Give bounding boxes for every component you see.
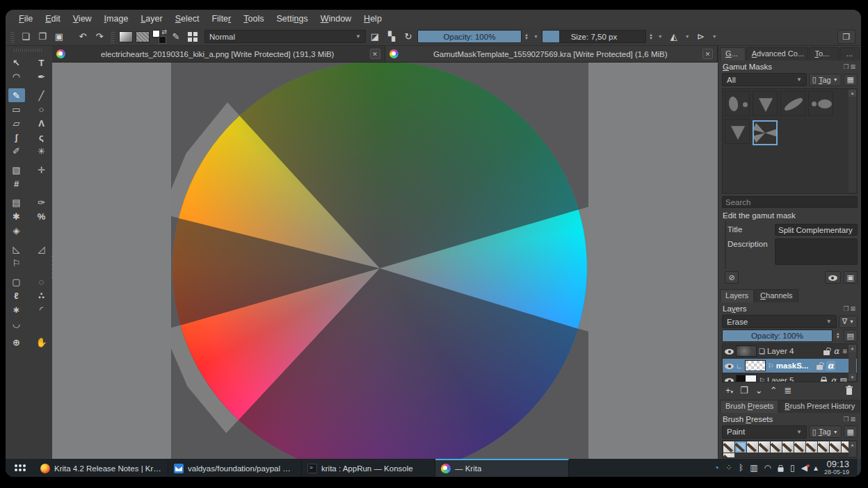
menu-image[interactable]: Image (98, 11, 135, 26)
layer-row-mask-selected[interactable]: ∟ ⚐ maskS... α (723, 359, 857, 373)
display-settings-button[interactable]: ▦ (844, 74, 858, 86)
menu-layer[interactable]: Layer (134, 11, 168, 26)
layer-styles-icon[interactable]: ≡ (843, 347, 847, 355)
workspace-chooser-button[interactable]: ❒ (837, 30, 855, 44)
tool-measure[interactable]: % (33, 209, 50, 223)
task-krita-active[interactable]: — Krita (435, 459, 569, 477)
wifi-icon[interactable]: ◠ (764, 464, 771, 472)
tool-color-sampler[interactable]: ✑ (33, 195, 50, 209)
tool-reference-images[interactable]: ⚐ (8, 256, 25, 270)
gamut-mask-primary-triangle[interactable] (725, 119, 750, 144)
task-kmail[interactable]: valdyas/foundation/paypal — KM... (168, 459, 302, 477)
tool-similar-select[interactable]: ∴ (33, 288, 50, 302)
menu-view[interactable]: View (67, 11, 98, 26)
undo-button[interactable]: ↶ (75, 30, 90, 44)
brush-option-grid-button[interactable] (185, 30, 200, 44)
inherit-alpha-icon[interactable]: ▨ (840, 376, 847, 382)
tool-zoom[interactable]: ⊕ (8, 335, 25, 349)
brush-preset[interactable] (723, 441, 734, 453)
redo-button[interactable]: ↷ (92, 30, 107, 44)
reload-preset-button[interactable]: ↻ (401, 30, 416, 44)
network-shares-icon[interactable]: ⁘ (725, 464, 732, 472)
pattern-chooser-button[interactable] (135, 30, 150, 44)
brush-list-scrollbar[interactable]: ▲ (849, 441, 856, 457)
scroll-down-icon[interactable]: ▼ (849, 374, 856, 381)
document-tab-1[interactable]: electrichearts_20190316_kiki_a.png [Writ… (52, 46, 385, 62)
tool-edit-shapes[interactable]: ◠ (8, 70, 25, 83)
brush-preset[interactable] (771, 441, 782, 453)
unlock-icon[interactable] (823, 350, 830, 355)
bluetooth-icon[interactable]: ᛒ (739, 464, 744, 472)
open-document-button[interactable]: ❐ (35, 30, 50, 44)
layer-row-layer5[interactable]: ⚐ Layer 5 α▨ (723, 373, 857, 382)
tool-magic-wand-select[interactable]: ∗ (8, 302, 25, 316)
tool-measure-ruler[interactable]: ◿ (33, 242, 50, 256)
toolbar-drag-handle[interactable] (10, 31, 15, 43)
tool-bezier-select[interactable]: ◜ (33, 302, 50, 316)
tool-pan[interactable]: ✋ (33, 335, 50, 349)
move-layer-up-button[interactable]: ⌃ (770, 385, 778, 396)
tool-fill[interactable]: ◈ (8, 223, 25, 237)
show-desktop-button[interactable] (858, 459, 861, 477)
tab-brush-preset-history[interactable]: Brush Preset History (779, 400, 860, 413)
tool-transform[interactable]: ▧ (8, 163, 25, 177)
new-document-button[interactable]: ❏ (18, 30, 33, 44)
menu-select[interactable]: Select (169, 11, 206, 26)
tool-ellipse[interactable]: ○ (33, 102, 50, 116)
tool-freehand-brush[interactable]: ✎ (8, 88, 25, 102)
mask-description-input[interactable] (775, 238, 858, 265)
alpha-lock-icon[interactable]: α (833, 346, 839, 356)
gamut-mask-shifted-lens[interactable] (780, 91, 805, 116)
tag-button[interactable]: ▯ Tag ▼ (809, 74, 842, 86)
layer-opacity-slider[interactable]: Opacity: 100% (722, 330, 833, 342)
mirror-vertical-button[interactable]: ⊳ (693, 30, 709, 44)
float-docker-icon[interactable]: ❐ (843, 305, 850, 312)
gamut-mask-complementary-triangle[interactable] (753, 91, 778, 116)
close-icon[interactable]: ✕ (702, 49, 713, 59)
move-layer-down-button[interactable]: ⌄ (755, 385, 763, 396)
opacity-spinner[interactable]: ▲▼ (523, 33, 530, 40)
app-launcher-button[interactable] (6, 459, 35, 477)
layer-opacity-spinner[interactable]: ▲▼ (835, 332, 842, 339)
dock-tab-gamut[interactable]: G... (720, 47, 746, 60)
opacity-slider[interactable]: Opacity: 100% (417, 30, 522, 43)
tool-magnetic-select[interactable]: ◡ (8, 316, 25, 330)
tab-brush-presets[interactable]: Brush Presets (720, 400, 778, 413)
tool-smart-patch[interactable]: ✱ (8, 209, 25, 223)
mask-filter-combobox[interactable]: All ▼ (722, 73, 807, 86)
float-docker-icon[interactable]: ❐ (843, 416, 850, 423)
blend-mode-combobox[interactable]: Normal ▼ (204, 30, 366, 43)
caret-up-icon[interactable]: ▴ (814, 464, 818, 472)
lock-icon[interactable] (778, 467, 784, 471)
tool-lasso-select[interactable]: ℓ (8, 288, 25, 302)
tool-crop[interactable]: # (8, 177, 25, 190)
clipboard-icon[interactable]: ▯ (790, 464, 795, 472)
tool-gradient[interactable]: ▤ (8, 195, 25, 209)
scroll-up-icon[interactable]: ▲ (849, 345, 856, 352)
float-docker-icon[interactable]: ❐ (843, 63, 850, 70)
gradient-chooser-button[interactable] (118, 30, 134, 44)
chevron-down-icon[interactable]: ▼ (683, 34, 692, 39)
tool-polygon[interactable]: ▱ (8, 116, 25, 130)
brush-preset[interactable] (830, 441, 841, 453)
menu-tools[interactable]: Tools (237, 11, 270, 26)
alpha-lock-icon[interactable]: α (830, 375, 836, 382)
menu-file[interactable]: File (13, 11, 39, 26)
document-tab-2[interactable]: GamutMaskTemplate_1559027569.kra [Write … (385, 46, 718, 62)
close-docker-icon[interactable]: ⊠ (850, 416, 857, 423)
brush-editor-button[interactable]: ✎ (168, 30, 184, 44)
layer-properties-button[interactable]: ≣ (785, 385, 792, 396)
close-icon[interactable]: ✕ (370, 49, 380, 59)
mirror-horizontal-button[interactable]: ◭ (666, 30, 682, 44)
preview-mask-button[interactable] (825, 271, 841, 284)
unlock-icon[interactable] (817, 365, 823, 370)
dock-tab-tool-options[interactable]: To... (809, 47, 838, 60)
brush-preset[interactable] (759, 441, 770, 453)
brush-preset[interactable] (723, 453, 734, 458)
layer-properties-button[interactable]: ▤ (844, 330, 858, 342)
display-battery-icon[interactable]: ▥ (750, 464, 757, 472)
cancel-edit-button[interactable]: ⊘ (725, 271, 739, 284)
size-spinner[interactable]: ▲▼ (648, 33, 654, 40)
gamut-mask-split-complementary[interactable] (753, 120, 778, 145)
scroll-up-icon[interactable]: ▲ (849, 441, 856, 448)
